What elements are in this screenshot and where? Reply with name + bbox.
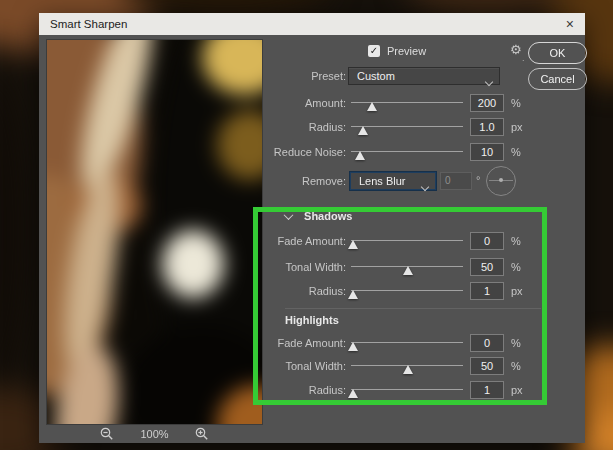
shadows-radius-unit: px	[511, 285, 523, 297]
preset-label: Preset:	[206, 70, 346, 82]
preview-toggle[interactable]: ✓ Preview	[368, 43, 426, 59]
highlights-radius-unit: px	[511, 384, 523, 396]
slider-thumb[interactable]	[348, 342, 358, 351]
highlights-tonal-width-value[interactable]: 50	[470, 357, 504, 375]
slider-thumb[interactable]	[403, 365, 413, 374]
dialog-titlebar[interactable]: Smart Sharpen ×	[39, 13, 585, 35]
slider-track	[351, 290, 463, 291]
zoom-out-icon[interactable]	[100, 427, 114, 441]
highlights-fade-amount-label: Fade Amount:	[206, 337, 346, 349]
highlights-section-header[interactable]: Highlights	[285, 314, 339, 328]
gear-menu-mark: .	[522, 53, 525, 63]
highlights-tonal-width-unit: %	[511, 360, 521, 372]
preset-value: Custom	[357, 70, 395, 82]
slider-track	[351, 389, 463, 390]
smart-sharpen-dialog: Smart Sharpen × 100% ✓ Preview ⚙. OK Can…	[39, 13, 585, 443]
remove-dropdown[interactable]: Lens Blur	[350, 172, 436, 190]
shadows-fade-amount-value[interactable]: 0	[470, 232, 504, 250]
highlights-fade-amount-value[interactable]: 0	[470, 334, 504, 352]
preview-checkbox-label: Preview	[387, 45, 426, 57]
shadows-radius-value[interactable]: 1	[470, 282, 504, 300]
reduce-noise-unit: %	[511, 146, 521, 158]
chevron-down-icon	[486, 73, 492, 89]
shadows-tonal-width-unit: %	[511, 261, 521, 273]
slider-track	[351, 151, 463, 152]
radius-slider[interactable]	[351, 118, 463, 136]
preview-zoom-controls: 100%	[47, 425, 262, 443]
gear-icon[interactable]: ⚙.	[510, 42, 522, 57]
remove-value: Lens Blur	[359, 175, 405, 187]
shadows-radius-label: Radius:	[206, 285, 346, 297]
reduce-noise-label: Reduce Noise:	[206, 146, 346, 158]
slider-track	[351, 240, 463, 241]
section-divider	[285, 308, 541, 309]
shadows-tonal-width-slider[interactable]	[351, 258, 463, 276]
slider-thumb[interactable]	[367, 102, 377, 111]
slider-thumb[interactable]	[355, 151, 365, 160]
shadows-section-header[interactable]: Shadows	[285, 210, 352, 224]
amount-label: Amount:	[206, 97, 346, 109]
amount-slider[interactable]	[351, 94, 463, 112]
shadows-title: Shadows	[304, 210, 352, 222]
chevron-down-icon	[422, 178, 428, 194]
shadows-tonal-width-value[interactable]: 50	[470, 258, 504, 276]
dial-center-dot	[499, 178, 503, 182]
shadows-tonal-width-label: Tonal Width:	[206, 261, 346, 273]
radius-label: Radius:	[206, 121, 346, 133]
shadows-radius-slider[interactable]	[351, 282, 463, 300]
reduce-noise-value[interactable]: 10	[470, 143, 504, 161]
slider-track	[351, 342, 463, 343]
slider-thumb[interactable]	[358, 126, 368, 135]
radius-unit: px	[511, 121, 523, 133]
shadows-fade-amount-label: Fade Amount:	[206, 235, 346, 247]
zoom-in-icon[interactable]	[195, 427, 209, 441]
shadows-fade-amount-slider[interactable]	[351, 232, 463, 250]
preview-checkbox[interactable]: ✓	[368, 45, 380, 57]
highlights-tonal-width-slider[interactable]	[351, 357, 463, 375]
highlights-tonal-width-label: Tonal Width:	[206, 360, 346, 372]
highlights-fade-amount-unit: %	[511, 337, 521, 349]
highlights-radius-slider[interactable]	[351, 381, 463, 399]
remove-label: Remove:	[206, 175, 346, 187]
highlights-title: Highlights	[285, 314, 339, 326]
slider-thumb[interactable]	[348, 240, 358, 249]
preset-dropdown[interactable]: Custom	[348, 67, 500, 85]
angle-dial[interactable]	[486, 166, 516, 196]
degree-unit: °	[476, 174, 480, 186]
highlights-fade-amount-slider[interactable]	[351, 334, 463, 352]
highlights-radius-value[interactable]: 1	[470, 381, 504, 399]
angle-field[interactable]: 0	[440, 172, 472, 190]
chevron-expand-icon	[284, 210, 294, 220]
slider-thumb[interactable]	[403, 266, 413, 275]
ok-button[interactable]: OK	[528, 42, 587, 64]
zoom-level: 100%	[140, 428, 168, 440]
shadows-fade-amount-unit: %	[511, 235, 521, 247]
close-icon[interactable]: ×	[566, 17, 574, 31]
slider-thumb[interactable]	[348, 290, 358, 299]
dialog-title: Smart Sharpen	[50, 18, 127, 30]
radius-value[interactable]: 1.0	[470, 118, 504, 136]
reduce-noise-slider[interactable]	[351, 143, 463, 161]
amount-unit: %	[511, 97, 521, 109]
slider-thumb[interactable]	[348, 389, 358, 398]
amount-value[interactable]: 200	[470, 94, 504, 112]
highlights-radius-label: Radius:	[206, 384, 346, 396]
